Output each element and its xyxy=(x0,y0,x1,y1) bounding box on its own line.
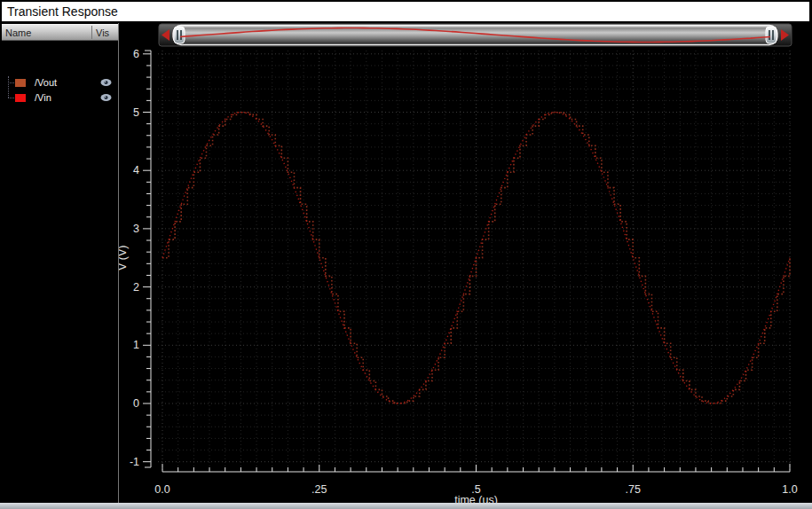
plot-canvas: -10123456V (V)0.0.25.5.751.0time (us) xyxy=(0,0,812,509)
visibility-eye-icon[interactable] xyxy=(100,93,112,102)
y-axis xyxy=(143,51,151,467)
overview-scrollbar[interactable] xyxy=(159,24,792,46)
column-header-vis: Vis xyxy=(96,25,109,41)
svg-text:0: 0 xyxy=(133,397,139,410)
svg-text:0.0: 0.0 xyxy=(154,483,169,496)
svg-text:-1: -1 xyxy=(130,456,139,468)
svg-text:.75: .75 xyxy=(626,483,641,496)
page-title: Transient Response xyxy=(7,4,118,19)
signal-name-label: /Vin xyxy=(35,92,51,103)
scroll-thumb-grip-right[interactable] xyxy=(766,27,777,43)
signal-table-header: Name Vis xyxy=(2,24,118,41)
window-bottom-edge xyxy=(0,503,812,509)
waveform-window: -10123456V (V)0.0.25.5.751.0time (us) Tr… xyxy=(0,0,812,509)
svg-text:1.0: 1.0 xyxy=(782,483,797,496)
svg-text:2: 2 xyxy=(133,281,139,294)
svg-text:3: 3 xyxy=(133,223,139,235)
column-header-name: Name xyxy=(5,25,31,41)
svg-text:4: 4 xyxy=(133,164,139,176)
y-tick-labels: -10123456 xyxy=(130,48,139,468)
signal-row-vout[interactable]: /Vout xyxy=(2,75,118,90)
svg-text:6: 6 xyxy=(133,48,139,60)
svg-text:.25: .25 xyxy=(311,483,327,496)
column-divider xyxy=(91,26,92,39)
signal-row-vin[interactable]: /Vin xyxy=(2,90,118,106)
svg-text:5: 5 xyxy=(133,106,139,119)
scroll-thumb-grip-left[interactable] xyxy=(174,27,185,43)
vin-color-swatch[interactable] xyxy=(15,94,26,102)
svg-text:1: 1 xyxy=(133,339,139,351)
tree-stub xyxy=(8,82,14,83)
tree-stub xyxy=(8,98,14,98)
vout-color-swatch[interactable] xyxy=(15,79,26,87)
signal-panel: Name Vis /Vout /Vin xyxy=(2,23,119,503)
visibility-eye-icon[interactable] xyxy=(100,78,112,87)
plot-area[interactable] xyxy=(158,51,792,470)
signal-name-label: /Vout xyxy=(35,77,57,88)
window-title-bar: Transient Response xyxy=(2,2,809,21)
